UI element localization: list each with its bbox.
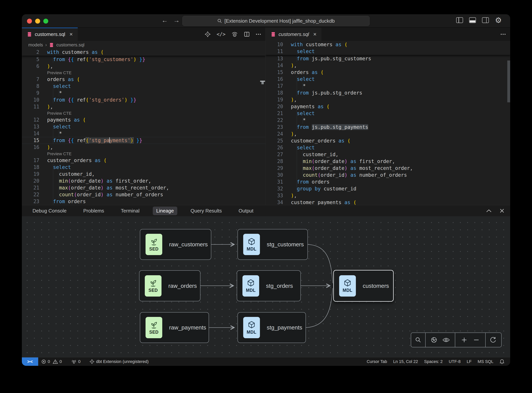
codelens-preview-cte[interactable]: Preview CTE xyxy=(22,151,265,157)
code-line-22[interactable]: 22 * xyxy=(266,117,510,124)
code-line-31[interactable]: 31 from orders xyxy=(266,178,510,185)
status-language[interactable]: MS SQL xyxy=(475,357,496,366)
code-line-20[interactable]: 20 min(order_date) as first_order, xyxy=(22,177,265,184)
lineage-node-raw_customers[interactable]: SEDraw_customers xyxy=(140,229,211,260)
lineage-node-stg_customers[interactable]: MDLstg_customers xyxy=(238,229,308,260)
code-line-5[interactable]: 5 from {{ ref('stg_customers') }} xyxy=(22,56,265,63)
code-line-2[interactable]: 2with customers as ( xyxy=(22,49,265,55)
back-arrow-icon[interactable]: ← xyxy=(162,17,168,24)
scrollbar-thumb[interactable] xyxy=(507,60,510,102)
breadcrumb[interactable]: models › customers.sql xyxy=(22,41,265,49)
close-panel-icon[interactable] xyxy=(499,208,504,213)
status-cursor-tab[interactable]: Cursor Tab xyxy=(364,357,390,366)
code-line-15[interactable]: 15orders as ( xyxy=(266,69,510,76)
code-line-18[interactable]: 18 from js.pub.stg_orders xyxy=(266,89,510,96)
panel-tab-lineage[interactable]: Lineage xyxy=(153,206,177,215)
problems-status[interactable]: 0 0 xyxy=(38,357,65,366)
status-line-col[interactable]: Ln 15, Col 22 xyxy=(390,357,421,366)
code-line-14[interactable]: 14), xyxy=(266,62,510,69)
zoom-in-button[interactable] xyxy=(461,337,467,343)
code-line-17[interactable]: 17 * xyxy=(266,83,510,89)
zoom-out-button[interactable] xyxy=(473,337,479,343)
lineage-node-raw_payments[interactable]: SEDraw_payments xyxy=(140,312,209,343)
lineage-graph-canvas[interactable]: SEDraw_customersMDLstg_customersSEDraw_o… xyxy=(22,216,510,357)
code-line-23[interactable]: 23 from orders xyxy=(22,198,265,205)
layout-sidebar-right-icon[interactable] xyxy=(482,17,489,23)
close-tab-icon[interactable]: × xyxy=(313,31,316,38)
code-line-28[interactable]: 28 min(order_date) as first_order, xyxy=(266,158,510,165)
code-line-34[interactable]: 34customer_payments as ( xyxy=(266,199,510,205)
zoom-window-button[interactable] xyxy=(43,19,48,24)
code-line-24[interactable]: 24), xyxy=(266,131,510,137)
code-line-21[interactable]: 21 select xyxy=(266,110,510,117)
lineage-node-raw_orders[interactable]: SEDraw_orders xyxy=(139,270,201,301)
tab-customers-sql-right[interactable]: customers.sql × xyxy=(266,28,321,41)
more-actions-icon[interactable] xyxy=(256,33,261,35)
status-eol[interactable]: LF xyxy=(464,357,475,366)
command-center-search[interactable]: [Extension Development Host] jaffle_shop… xyxy=(182,16,369,26)
dbt-icon[interactable] xyxy=(204,31,211,38)
minimize-window-button[interactable] xyxy=(35,19,40,24)
collapse-panel-icon[interactable] xyxy=(486,209,492,213)
compile-code-icon[interactable]: </> xyxy=(217,31,225,37)
code-line-20[interactable]: 20payments as ( xyxy=(266,103,510,110)
layout-panel-icon[interactable] xyxy=(469,17,476,23)
lineage-node-stg_orders[interactable]: MDLstg_orders xyxy=(237,270,301,301)
ports-status[interactable]: 0 xyxy=(68,357,84,366)
code-line-29[interactable]: 29 max(order_date) as most_recent_order, xyxy=(266,165,510,172)
code-line-25[interactable]: 25customer_orders as ( xyxy=(266,137,510,144)
code-line-16[interactable]: 16 select xyxy=(266,76,510,83)
code-line-23[interactable]: 23 from js.pub.stg_payments xyxy=(266,124,510,131)
status-encoding[interactable]: UTF-8 xyxy=(446,357,464,366)
panel-tab-query-results[interactable]: Query Results xyxy=(187,206,225,215)
panel-tab-debug-console[interactable]: Debug Console xyxy=(29,206,70,215)
code-editor-left[interactable]: 2with customers as ( 5 from {{ ref('stg_… xyxy=(22,49,265,205)
breadcrumb-file[interactable]: customers.sql xyxy=(56,42,84,48)
camera-button[interactable] xyxy=(431,337,437,343)
panel-tab-problems[interactable]: Problems xyxy=(80,206,108,215)
code-line-15[interactable]: 15 from {{ ref('stg_payments') }} xyxy=(22,137,265,144)
close-tab-icon[interactable]: × xyxy=(69,31,73,38)
code-line-6[interactable]: 6), xyxy=(22,63,265,70)
code-line-8[interactable]: 8 select xyxy=(22,83,265,90)
codelens-preview-cte[interactable]: Preview CTE xyxy=(22,70,265,76)
code-line-27[interactable]: 27 customer_id, xyxy=(266,151,510,158)
code-line-33[interactable]: 33), xyxy=(266,192,510,199)
panel-tab-output[interactable]: Output xyxy=(235,206,257,215)
code-line-9[interactable]: 9 * xyxy=(22,90,265,96)
code-line-18[interactable]: 18 select xyxy=(22,164,265,171)
code-line-30[interactable]: 30 count(order_id) as number_of_orders xyxy=(266,172,510,178)
code-line-11[interactable]: 11 select xyxy=(266,48,510,55)
code-line-16[interactable]: 16), xyxy=(22,144,265,151)
remote-indicator[interactable]: >< xyxy=(22,357,38,366)
panel-tab-terminal[interactable]: Terminal xyxy=(117,206,143,215)
code-line-26[interactable]: 26 select xyxy=(266,144,510,151)
lineage-node-customers[interactable]: MDLcustomers xyxy=(333,270,394,302)
code-line-13[interactable]: 13 select xyxy=(22,123,265,130)
code-line-13[interactable]: 13 from js.pub.stg_customers xyxy=(266,55,510,62)
code-line-19[interactable]: 19), xyxy=(266,96,510,103)
notifications-bell-icon[interactable] xyxy=(496,357,508,366)
code-line-21[interactable]: 21 max(order_date) as most_recent_order, xyxy=(22,184,265,191)
eye-button[interactable] xyxy=(442,337,450,343)
code-line-22[interactable]: 22 count(order_id) as number_of_orders xyxy=(22,191,265,198)
code-line-10[interactable]: 10 from {{ ref('stg_orders') }} xyxy=(22,96,265,103)
code-line-11[interactable]: 11), xyxy=(22,103,265,110)
split-editor-icon[interactable] xyxy=(244,31,250,37)
close-window-button[interactable] xyxy=(27,19,32,24)
tab-customers-sql-left[interactable]: customers.sql × xyxy=(22,28,78,41)
lineage-node-stg_payments[interactable]: MDLstg_payments xyxy=(238,312,306,343)
preview-eye-icon[interactable] xyxy=(231,31,238,38)
settings-gear-icon[interactable]: ⚙ xyxy=(495,17,502,23)
code-line-17[interactable]: 17customer_orders as ( xyxy=(22,157,265,164)
code-line-10[interactable]: 10with customers as ( xyxy=(266,41,510,48)
dbt-extension-status[interactable]: dbt Extension (unregistered) xyxy=(86,357,152,366)
code-line-19[interactable]: 19 customer_id, xyxy=(22,171,265,177)
code-line-32[interactable]: 32 group by customer_id xyxy=(266,185,510,192)
code-editor-right[interactable]: 10with customers as (11 select 13 from j… xyxy=(266,41,510,205)
search-button[interactable] xyxy=(415,337,422,343)
refresh-button[interactable] xyxy=(490,337,496,343)
status-spaces[interactable]: Spaces: 2 xyxy=(421,357,446,366)
forward-arrow-icon[interactable]: → xyxy=(173,17,180,24)
code-line-12[interactable]: 12payments as ( xyxy=(22,116,265,123)
